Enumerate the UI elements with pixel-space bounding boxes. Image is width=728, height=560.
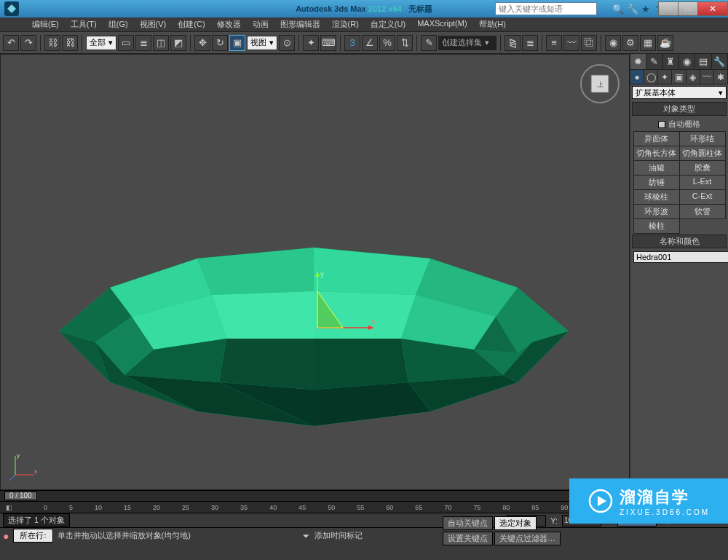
key-icon[interactable]: 🔧 (627, 4, 637, 14)
transform-gizmo[interactable]: x y (303, 269, 376, 342)
btn-chamfer-cyl[interactable]: 切角圆柱体 (679, 146, 726, 161)
btn-gengon[interactable]: 球棱柱 (633, 189, 680, 205)
tab-motion[interactable]: ◉ (679, 54, 695, 69)
keyboard-shortcut-button[interactable]: ⌨ (320, 35, 336, 51)
snap-button[interactable]: 3 (344, 35, 360, 51)
select-by-name-button[interactable]: ≣ (135, 35, 151, 51)
spinner-snap-button[interactable]: ⇅ (397, 35, 413, 51)
create-category-tabs: ● ◯ ✦ ▣ ◈ 〰 ✱ (630, 70, 728, 84)
menu-rendering[interactable]: 渲染(R) (326, 17, 365, 31)
material-editor-button[interactable]: ◉ (605, 35, 621, 51)
layer-button[interactable]: ≡ (546, 35, 562, 51)
view-cube[interactable]: 上 (578, 62, 622, 106)
pivot-button[interactable]: ⊙ (279, 35, 295, 51)
btn-hedra[interactable]: 异面体 (633, 131, 680, 146)
cat-helpers[interactable]: ◈ (687, 70, 700, 84)
menu-animation[interactable]: 动画 (247, 17, 274, 31)
manipulate-button[interactable]: ✦ (303, 35, 319, 51)
select-region-button[interactable]: ◫ (153, 35, 169, 51)
link-button[interactable]: ⛓ (44, 35, 60, 51)
search-icon[interactable]: 🔍 (612, 4, 622, 14)
btn-torus-knot[interactable]: 环形结 (679, 131, 726, 146)
undo-button[interactable]: ↶ (3, 35, 19, 51)
menu-help[interactable]: 帮助(H) (473, 17, 512, 31)
cat-cameras[interactable]: ▣ (672, 70, 686, 84)
command-panel-tabs: ✹ ✎ ♜ ◉ ▤ 🔧 (630, 54, 728, 70)
curve-editor-button[interactable]: 〰 (563, 35, 579, 51)
menu-edit[interactable]: 编辑(E) (26, 17, 65, 31)
menu-group[interactable]: 组(G) (103, 17, 134, 31)
cat-systems[interactable]: ✱ (714, 70, 728, 84)
help-search-input[interactable] (495, 2, 597, 15)
tab-hierarchy[interactable]: ♜ (663, 54, 679, 69)
percent-snap-button[interactable]: % (379, 35, 395, 51)
star-icon[interactable]: ★ (641, 4, 652, 14)
btn-l-ext[interactable]: L-Ext (679, 175, 726, 190)
cat-shapes[interactable]: ◯ (644, 70, 658, 84)
redo-button[interactable]: ↷ (20, 35, 36, 51)
selected-only-dropdown[interactable]: 选定对象 (494, 516, 537, 530)
btn-oiltank[interactable]: 油罐 (633, 160, 680, 176)
3dsmax-logo-icon (6, 3, 17, 15)
render-frame-button[interactable]: ▦ (640, 35, 656, 51)
maximize-button[interactable]: ▭ (678, 1, 698, 16)
menu-tools[interactable]: 工具(T) (65, 17, 103, 31)
svg-marker-19 (314, 382, 430, 426)
tab-display[interactable]: ▤ (695, 54, 711, 69)
render-setup-button[interactable]: ⚙ (622, 35, 638, 51)
add-time-tag-button[interactable]: 添加时间标记 (314, 530, 363, 541)
tab-modify[interactable]: ✎ (646, 54, 662, 69)
ref-coord-dropdown[interactable]: 视图 ▾ (247, 36, 277, 50)
row-label: 所在行: (13, 529, 52, 543)
btn-ringwave[interactable]: 环形波 (633, 204, 680, 219)
selection-filter-dropdown[interactable]: 全部 ▾ (86, 36, 116, 50)
status-and-time-area: 0 / 100 ◧ 0510 152025 303540 455055 6065… (0, 490, 728, 560)
object-name-input[interactable] (633, 251, 728, 263)
btn-c-ext[interactable]: C-Ext (679, 189, 726, 205)
viewport[interactable]: x y 上 x y (1, 55, 629, 489)
angle-snap-button[interactable]: ∠ (362, 35, 378, 51)
btn-prism[interactable]: 棱柱 (633, 218, 680, 234)
btn-spindle[interactable]: 纺锤 (633, 175, 680, 190)
menu-customize[interactable]: 自定义(U) (365, 17, 411, 31)
render-button[interactable]: ☕ (657, 35, 673, 51)
named-selection-dropdown[interactable]: 创建选择集 ▾ (438, 36, 496, 50)
cat-geometry[interactable]: ● (630, 70, 644, 84)
set-key-button[interactable]: 设置关键点 (443, 532, 493, 545)
cat-spacewarps[interactable]: 〰 (700, 70, 714, 84)
minimize-button[interactable]: ─ (658, 1, 678, 16)
menu-create[interactable]: 创建(C) (172, 17, 210, 31)
unlink-button[interactable]: ⛓̸ (62, 35, 78, 51)
move-button[interactable]: ✥ (194, 35, 210, 51)
tab-create[interactable]: ✹ (630, 54, 646, 69)
key-filters-button[interactable]: 关键点过滤器… (494, 532, 561, 545)
autokey-button[interactable]: 自动关键点 (443, 516, 493, 530)
object-type-rollout-header[interactable]: 对象类型 (632, 102, 727, 116)
timeline-start-icon[interactable]: ◧ (6, 504, 12, 511)
window-crossing-button[interactable]: ◩ (170, 35, 186, 51)
time-tag-icon[interactable]: ⏷ (302, 532, 310, 540)
geometry-category-dropdown[interactable]: 扩展基本体▾ (632, 86, 727, 99)
auto-grid-checkbox[interactable]: 自动栅格 (630, 117, 728, 131)
menu-modifiers[interactable]: 修改器 (211, 17, 247, 31)
select-button[interactable]: ▭ (118, 35, 134, 51)
mirror-button[interactable]: ⧎ (505, 35, 521, 51)
tab-utilities[interactable]: 🔧 (712, 54, 728, 69)
time-slider-handle[interactable]: 0 / 100 (4, 492, 37, 500)
schematic-view-button[interactable]: ⿻ (581, 35, 597, 51)
cat-lights[interactable]: ✦ (658, 70, 672, 84)
btn-hose[interactable]: 软管 (679, 204, 726, 219)
named-sel-button[interactable]: ✎ (421, 35, 437, 51)
app-icon[interactable] (4, 1, 19, 16)
rotate-button[interactable]: ↻ (212, 35, 228, 51)
menu-maxscript[interactable]: MAXScript(M) (411, 17, 472, 31)
btn-capsule[interactable]: 胶囊 (679, 160, 726, 176)
align-button[interactable]: ≣ (522, 35, 538, 51)
name-color-rollout-header[interactable]: 名称和颜色 (632, 234, 727, 248)
btn-chamfer-box[interactable]: 切角长方体 (633, 146, 680, 161)
close-button[interactable]: ✕ (697, 1, 728, 16)
scale-button[interactable]: ▣ (229, 35, 245, 51)
menu-graph-editors[interactable]: 图形编辑器 (274, 17, 326, 31)
script-record-icon[interactable]: ● (3, 530, 9, 542)
menu-views[interactable]: 视图(V) (134, 17, 173, 31)
